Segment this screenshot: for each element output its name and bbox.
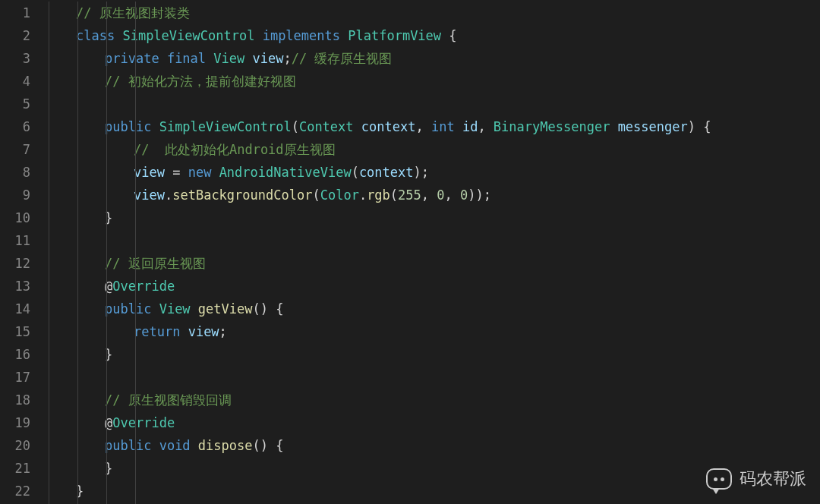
token-keyword: return	[134, 324, 188, 339]
token-keyword: new	[188, 165, 219, 180]
token-comment: // 此处初始化Android原生视图	[134, 142, 336, 157]
line-number: 15	[0, 320, 30, 343]
code-line[interactable]: class SimpleViewControl implements Platf…	[47, 24, 820, 47]
line-number: 8	[0, 161, 30, 184]
token-type: View	[213, 51, 252, 66]
token-keyword: implements	[263, 28, 348, 43]
code-line[interactable]: public View getView() {	[47, 298, 820, 320]
code-line[interactable]: private final View view;// 缓存原生视图	[47, 47, 820, 70]
token-type: AndroidNativeView	[219, 165, 352, 180]
line-number: 22	[0, 480, 30, 502]
token-method: setBackgroundColor	[172, 187, 312, 203]
token-keyword: class	[76, 28, 122, 43]
code-line[interactable]: @Override	[47, 275, 820, 298]
token-keyword: public	[105, 438, 159, 453]
token-type: PlatformView	[348, 28, 449, 43]
token-ident: context	[361, 119, 416, 134]
token-type: SimpleViewControl	[122, 28, 262, 43]
token-punct: .	[359, 187, 367, 203]
code-line[interactable]	[47, 366, 820, 389]
token-punct: ,	[421, 187, 437, 203]
line-number: 20	[0, 434, 30, 457]
token-number: 0	[460, 187, 468, 203]
line-number: 19	[0, 411, 30, 434]
token-keyword: public	[105, 119, 159, 134]
code-editor[interactable]: 12345678910111213141516171819202122 // 原…	[0, 0, 820, 504]
token-ident: context	[359, 165, 414, 180]
token-punct: ,	[415, 119, 430, 134]
token-punct: ) {	[688, 119, 711, 134]
token-annot: Override	[112, 415, 175, 430]
token-punct: () {	[253, 438, 284, 453]
code-line[interactable]: }	[47, 343, 820, 366]
line-number: 12	[0, 252, 30, 275]
token-keyword: public	[105, 301, 159, 317]
token-annot: Override	[112, 279, 175, 294]
line-number: 4	[0, 70, 30, 93]
token-type: View	[159, 301, 198, 317]
token-ident: view	[253, 51, 284, 66]
line-number: 16	[0, 343, 30, 366]
token-punct: ));	[468, 187, 491, 203]
code-line[interactable]: // 原生视图封装类	[47, 2, 820, 24]
token-ident: messenger	[618, 119, 688, 134]
line-number: 14	[0, 298, 30, 320]
token-comment: // 缓存原生视图	[292, 51, 393, 66]
token-ident: view	[134, 165, 172, 180]
token-punct: .	[165, 187, 172, 203]
code-line[interactable]: }	[47, 457, 820, 480]
token-punct: ,	[445, 187, 460, 203]
token-ident: view	[188, 324, 219, 339]
line-number: 6	[0, 115, 30, 138]
code-line[interactable]: return view;	[47, 320, 820, 343]
token-comment: // 原生视图销毁回调	[105, 392, 232, 408]
token-punct: (	[312, 187, 320, 203]
token-type: BinaryMessenger	[494, 119, 618, 134]
code-line[interactable]: // 此处初始化Android原生视图	[47, 138, 820, 161]
token-punct: (	[390, 187, 398, 203]
token-punct: () {	[253, 301, 284, 317]
token-number: 0	[437, 187, 444, 203]
token-punct: ;	[283, 51, 291, 66]
code-line[interactable]: @Override	[47, 411, 820, 434]
token-method: dispose	[198, 438, 253, 453]
line-number: 1	[0, 2, 30, 24]
code-line[interactable]: // 原生视图销毁回调	[47, 389, 820, 411]
code-line[interactable]: view = new AndroidNativeView(context);	[47, 161, 820, 184]
line-number: 13	[0, 275, 30, 298]
token-method: getView	[198, 301, 253, 317]
code-line[interactable]: // 返回原生视图	[47, 252, 820, 275]
line-number: 9	[0, 184, 30, 206]
token-punct: ;	[219, 324, 227, 339]
code-line[interactable]	[47, 229, 820, 252]
line-number: 18	[0, 389, 30, 411]
line-number-gutter: 12345678910111213141516171819202122	[0, 2, 36, 504]
token-punct: =	[172, 165, 188, 180]
token-type: SimpleViewControl	[159, 119, 292, 134]
token-punct: );	[414, 165, 429, 180]
line-number: 11	[0, 229, 30, 252]
token-keyword: final	[167, 51, 213, 66]
token-type: Context	[299, 119, 361, 134]
token-ident: view	[134, 187, 165, 203]
token-ident: id	[462, 119, 478, 134]
token-type: Color	[320, 187, 359, 203]
token-comment: // 初始化方法，提前创建好视图	[105, 74, 296, 89]
code-line[interactable]	[47, 93, 820, 115]
token-punct: (	[352, 165, 359, 180]
code-line[interactable]: public SimpleViewControl(Context context…	[47, 115, 820, 138]
token-number: 255	[398, 187, 421, 203]
token-method: rgb	[367, 187, 390, 203]
code-line[interactable]: // 初始化方法，提前创建好视图	[47, 70, 820, 93]
token-punct: {	[449, 28, 456, 43]
code-area[interactable]: // 原生视图封装类class SimpleViewControl implem…	[36, 2, 820, 504]
line-number: 10	[0, 206, 30, 229]
line-number: 5	[0, 93, 30, 115]
line-number: 21	[0, 457, 30, 480]
token-punct: ,	[478, 119, 493, 134]
code-line[interactable]: view.setBackgroundColor(Color.rgb(255, 0…	[47, 184, 820, 206]
code-line[interactable]: }	[47, 480, 820, 502]
line-number: 3	[0, 47, 30, 70]
code-line[interactable]: public void dispose() {	[47, 434, 820, 457]
code-line[interactable]: }	[47, 206, 820, 229]
